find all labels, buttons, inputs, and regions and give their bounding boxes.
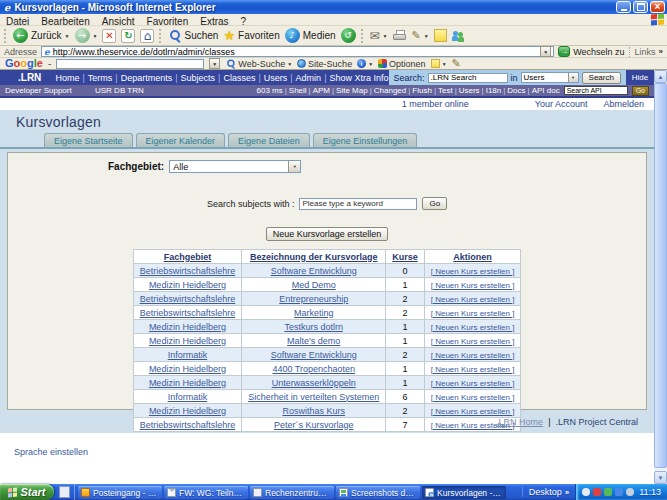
site-search-button[interactable]: Site-Suche (297, 59, 352, 69)
template-link[interactable]: 4400 Tropenchaoten (272, 364, 355, 374)
api-go-button[interactable]: Go (632, 86, 649, 96)
restore-button[interactable] (633, 1, 648, 13)
go-button[interactable]: → Wechseln zu (558, 46, 624, 57)
portal-tab[interactable]: Eigene Dateien (228, 133, 310, 147)
portal-tab[interactable]: Eigene Einstellungen (313, 133, 418, 147)
address-url[interactable]: http://www.theservice.de/dotlrn/admin/cl… (53, 47, 537, 57)
tray-icon[interactable] (582, 488, 590, 496)
header-bezeichnung[interactable]: Bezeichnung der Kursvorlage (242, 250, 386, 264)
create-course-link[interactable]: [ Neuen Kurs erstellen ] (431, 351, 515, 360)
dev-link[interactable]: APM (313, 86, 330, 95)
forward-dropdown-icon[interactable]: ▼ (93, 33, 98, 39)
mail-button[interactable]: ✉ ▼ (370, 27, 388, 45)
desktop-chevron-icon[interactable]: » (565, 488, 569, 497)
nav-link[interactable]: Subjects (181, 73, 216, 83)
template-link[interactable]: Sicherheit in verteilten Systemen (248, 392, 379, 402)
subject-link[interactable]: Betriebswirtschaftslehre (140, 294, 236, 304)
clock[interactable]: 11:13 (639, 487, 661, 497)
subject-link[interactable]: Medizin Heidelberg (149, 280, 226, 290)
address-input[interactable]: e http://www.theservice.de/dotlrn/admin/… (41, 46, 554, 57)
template-link[interactable]: Roswithas Kurs (282, 406, 345, 416)
chevron-down-icon[interactable]: ▼ (288, 161, 300, 172)
subject-link[interactable]: Betriebswirtschaftslehre (140, 420, 236, 430)
taskbar-task[interactable]: Kursvorlagen - Micros... (422, 486, 506, 499)
options-button[interactable]: Optionen (378, 59, 426, 69)
scroll-up-icon[interactable]: ▲ (654, 70, 667, 83)
dev-link[interactable]: Flush (412, 86, 432, 95)
dev-link[interactable]: Docs (507, 86, 525, 95)
dev-link[interactable]: Changed (374, 86, 406, 95)
taskbar-task[interactable]: Posteingang - Micros.... (78, 486, 162, 499)
menu-item[interactable]: ? (241, 16, 247, 27)
header-fachgebiet[interactable]: Fachgebiet (133, 250, 242, 264)
tray-icon[interactable] (615, 488, 623, 496)
keyword-go-button[interactable]: Go (422, 197, 447, 210)
dev-link[interactable]: Users (459, 86, 480, 95)
portal-tab[interactable]: Eigene Startseite (44, 133, 133, 147)
lrn-search-scope-select[interactable]: Users ▼ (521, 72, 579, 83)
page-info-button[interactable]: i ▼ (357, 59, 373, 68)
tray-icon[interactable] (593, 488, 601, 496)
dev-link[interactable]: Shell (289, 86, 307, 95)
vertical-scrollbar[interactable]: ▲ ▼ (654, 70, 667, 484)
search-button[interactable]: Suchen (168, 27, 218, 45)
template-link[interactable]: Software Entwicklung (271, 350, 357, 360)
back-button[interactable]: ← Zurück ▼ (13, 27, 70, 45)
lrn-logo[interactable]: .LRN (0, 72, 55, 83)
back-dropdown-icon[interactable]: ▼ (65, 33, 70, 39)
address-dropdown-icon[interactable]: ▼ (540, 46, 551, 57)
subject-link[interactable]: Medizin Heidelberg (149, 406, 226, 416)
print-button[interactable] (393, 30, 407, 41)
template-link[interactable]: Malte's demo (287, 336, 340, 346)
menu-item[interactable]: Datei (6, 16, 29, 27)
nav-link[interactable]: Home (55, 73, 79, 83)
close-button[interactable]: × (650, 1, 665, 13)
subject-link[interactable]: Informatik (168, 392, 208, 402)
menu-item[interactable]: Extras (200, 16, 228, 27)
taskbar-task[interactable]: Rechenzentrum Uni K... (250, 486, 334, 499)
subject-link[interactable]: Betriebswirtschaftslehre (140, 266, 236, 276)
nav-link[interactable]: Classes (223, 73, 255, 83)
nav-link[interactable]: Terms (88, 73, 113, 83)
nav-link[interactable]: Show Xtra Info (329, 73, 388, 83)
template-link[interactable]: Med Demo (292, 280, 336, 290)
lrn-search-button[interactable]: Search (582, 72, 621, 84)
template-link[interactable]: Entrepreneurship (279, 294, 348, 304)
template-link[interactable]: Software Entwicklung (271, 266, 357, 276)
nav-link[interactable]: Admin (296, 73, 322, 83)
subject-link[interactable]: Medizin Heidelberg (149, 336, 226, 346)
menu-item[interactable]: Favoriten (147, 16, 189, 27)
subject-link[interactable]: Betriebswirtschaftslehre (140, 308, 236, 318)
dev-link[interactable]: API doc (532, 86, 560, 95)
dev-link[interactable]: Site Map (336, 86, 368, 95)
subject-link[interactable]: Informatik (168, 350, 208, 360)
messenger-icon[interactable] (452, 30, 465, 42)
tray-icon[interactable] (604, 488, 612, 496)
dev-link[interactable]: Test (438, 86, 453, 95)
refresh-button[interactable]: ↻ (121, 29, 135, 43)
edit-dropdown-icon[interactable]: ▼ (424, 33, 429, 39)
forward-button[interactable]: → ▼ (75, 27, 98, 45)
links-toolbar[interactable]: Links » (629, 47, 663, 57)
create-course-link[interactable]: [ Neuen Kurs erstellen ] (431, 365, 515, 374)
keyword-input[interactable] (299, 198, 417, 210)
template-link[interactable]: Unterwasserklöppeln (272, 378, 356, 388)
scrollbar-thumb[interactable] (654, 83, 667, 468)
header-kurse[interactable]: Kurse (386, 250, 425, 264)
dev-link[interactable]: I18n (486, 86, 502, 95)
highlight-dropdown-icon[interactable]: ▼ (442, 61, 447, 67)
dev-link[interactable]: 603 ms (256, 86, 282, 95)
subject-link[interactable]: Medizin Heidelberg (149, 364, 226, 374)
members-online[interactable]: 1 member online (402, 99, 469, 109)
web-search-dropdown-icon[interactable]: ▼ (287, 61, 292, 67)
google-search-input[interactable] (56, 59, 204, 69)
links-chevron-icon[interactable]: » (659, 47, 663, 56)
create-course-link[interactable]: [ Neuen Kurs erstellen ] (431, 379, 515, 388)
history-button[interactable]: ↺ (341, 28, 356, 43)
show-desktop-icon[interactable] (59, 486, 70, 498)
subject-filter-select[interactable]: Alle ▼ (169, 160, 301, 173)
template-link[interactable]: Peter´s Kursvorlage (274, 420, 354, 430)
create-course-link[interactable]: [ Neuen Kurs erstellen ] (431, 323, 515, 332)
portal-tab[interactable]: Eigener Kalender (136, 133, 226, 147)
create-course-link[interactable]: [ Neuen Kurs erstellen ] (431, 281, 515, 290)
